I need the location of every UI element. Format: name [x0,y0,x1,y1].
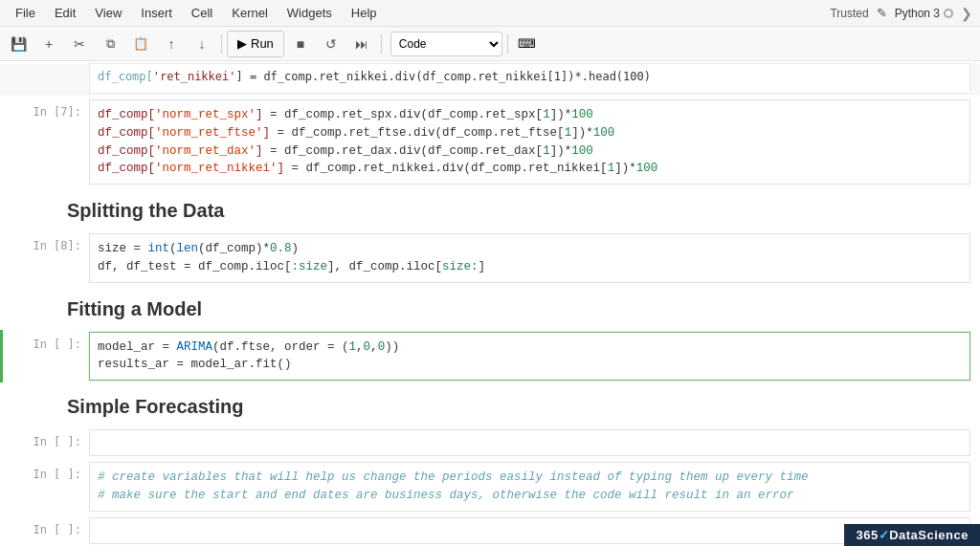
cell-active-content[interactable]: model_ar = ARIMA(df.ftse, order = (1,0,0… [89,332,970,382]
move-up-button[interactable]: ↑ [157,31,186,57]
copy-button[interactable]: ⧉ [96,31,124,57]
menu-bar: File Edit View Insert Cell Kernel Widget… [0,0,980,27]
splitting-header: Splitting the Data [0,188,980,229]
cell-empty1-container: In [ ]: [0,427,980,458]
menu-right: Trusted ✎ Python 3 ❯ [830,6,972,21]
cell-comment-container: In [ ]: # create variables that will hel… [0,460,980,513]
fast-forward-button[interactable]: ⏭ [347,31,376,57]
logo-bar: 365✓DataScience [844,524,980,546]
toolbar: 💾 + ✂ ⧉ 📋 ↑ ↓ ▶ Run ■ ↺ ⏭ Code Markdown … [0,27,980,61]
cell-empty2-container: In [ ]: [0,515,980,546]
cell-comment-label: In [ ]: [3,460,89,513]
cell-8-content[interactable]: size = int(len(df_comp)*0.8) df, df_test… [89,233,970,283]
cell-active-container: In [ ]: model_ar = ARIMA(df.ftse, order … [0,330,980,383]
cut-button[interactable]: ✂ [65,31,94,57]
toolbar-separator-1 [221,34,222,54]
cell-type-select[interactable]: Code Markdown Raw NBConvert [390,32,502,56]
partial-cell-label [3,63,89,96]
notebook: df_comp['ret_nikkei'] = df_comp.ret_nikk… [0,61,980,546]
kernel-label: Python 3 [895,7,940,20]
cell-comment-content[interactable]: # create variables that will help us cha… [89,462,970,512]
restart-button[interactable]: ↺ [317,31,345,57]
menu-file[interactable]: File [8,4,43,22]
cell-7-label: In [7]: [3,98,89,186]
cell-empty1-content[interactable] [89,429,970,456]
cell-8-container: In [8]: size = int(len(df_comp)*0.8) df,… [0,231,980,285]
toolbar-separator-2 [381,34,382,54]
toolbar-separator-3 [507,34,508,54]
menu-view[interactable]: View [87,4,129,22]
partial-cell-content[interactable]: df_comp['ret_nikkei'] = df_comp.ret_nikk… [89,63,970,94]
cell-empty1-label: In [ ]: [3,427,89,458]
cell-active-label: In [ ]: [3,330,89,383]
cell-7-content[interactable]: df_comp['norm_ret_spx'] = df_comp.ret_sp… [89,99,970,185]
menu-kernel[interactable]: Kernel [224,4,276,22]
save-button[interactable]: 💾 [4,31,33,57]
kernel-status: Python 3 [895,7,953,20]
cell-empty2-label: In [ ]: [3,515,89,546]
menu-insert[interactable]: Insert [133,4,180,22]
partial-cell-top: df_comp['ret_nikkei'] = df_comp.ret_nikk… [0,63,980,96]
run-label: Run [251,36,274,51]
chevron-right-icon[interactable]: ❯ [961,6,972,21]
keyboard-shortcuts-button[interactable]: ⌨ [513,31,542,57]
menu-help[interactable]: Help [344,4,385,22]
menu-widgets[interactable]: Widgets [279,4,340,22]
menu-edit[interactable]: Edit [47,4,83,22]
trusted-badge: Trusted [830,7,868,20]
move-down-button[interactable]: ↓ [188,31,216,57]
simple-forecasting-header: Simple Forecasting [0,384,980,426]
menu-cell[interactable]: Cell [184,4,220,22]
logo-text: 365✓DataScience [856,528,969,542]
cell-8-label: In [8]: [3,231,89,285]
cell-empty2-content[interactable] [89,517,970,544]
edit-icon[interactable]: ✎ [877,6,887,20]
run-icon: ▶ [237,36,247,51]
stop-button[interactable]: ■ [286,31,315,57]
fitting-header: Fitting a Model [0,287,980,328]
cell-7-container: In [7]: df_comp['norm_ret_spx'] = df_com… [0,98,980,186]
paste-button[interactable]: 📋 [126,31,155,57]
menu-items: File Edit View Insert Cell Kernel Widget… [8,4,385,22]
add-cell-button[interactable]: + [34,31,63,57]
run-button[interactable]: ▶ Run [227,31,284,57]
kernel-dot [944,9,953,18]
